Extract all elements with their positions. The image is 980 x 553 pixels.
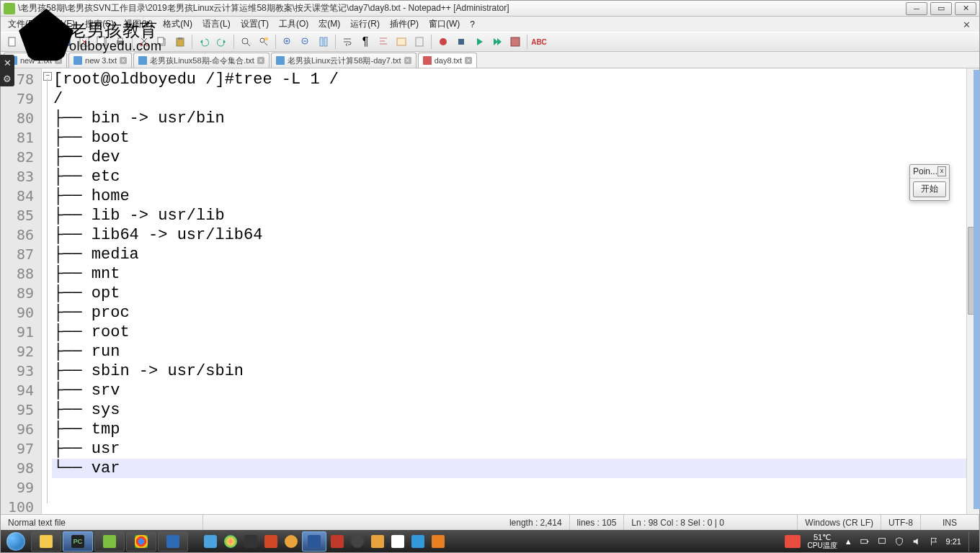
task-app10[interactable] xyxy=(388,532,407,551)
task-paint[interactable] xyxy=(221,532,240,551)
text-line[interactable]: ├── boot xyxy=(52,128,966,148)
paste-icon[interactable] xyxy=(172,33,189,50)
show-all-chars-icon[interactable]: ¶ xyxy=(357,33,374,50)
tab-close-icon[interactable]: × xyxy=(465,57,472,64)
task-app12[interactable] xyxy=(429,532,447,551)
tab-close-icon[interactable]: × xyxy=(120,57,127,64)
text-line[interactable]: ├── usr xyxy=(52,439,966,459)
text-line[interactable]: ├── dev xyxy=(52,148,966,167)
document-tab[interactable]: 老男孩Linux云计算58期-day7.txt× xyxy=(271,53,416,68)
new-file-icon[interactable] xyxy=(4,33,21,50)
task-word[interactable] xyxy=(302,531,326,552)
text-line[interactable]: ├── lib64 -> usr/lib64 xyxy=(52,225,966,245)
spellcheck-icon[interactable]: ABC xyxy=(530,33,548,50)
open-file-icon[interactable] xyxy=(22,33,39,50)
side-panel-tab[interactable]: ✕ ⚙ xyxy=(0,55,14,86)
menu-view[interactable]: 视图(V) xyxy=(120,17,157,32)
text-line[interactable]: ├── tmp xyxy=(52,420,966,439)
status-encoding[interactable]: UTF-8 xyxy=(881,515,921,530)
task-vbox[interactable] xyxy=(158,531,188,552)
undo-icon[interactable] xyxy=(195,33,213,50)
fold-toggle-icon[interactable]: − xyxy=(43,72,52,81)
menu-tools[interactable]: 工具(O) xyxy=(275,17,313,32)
menu-window[interactable]: 窗口(W) xyxy=(424,17,464,32)
task-app8[interactable] xyxy=(348,532,367,551)
macro-toolbar-close-icon[interactable]: x xyxy=(937,166,946,176)
status-ins[interactable]: INS xyxy=(921,515,979,530)
close-file-icon[interactable] xyxy=(76,33,93,50)
menu-settings[interactable]: 设置(T) xyxy=(236,17,273,32)
text-line[interactable]: ├── run xyxy=(52,342,966,361)
text-line[interactable]: ├── opt xyxy=(52,284,966,303)
tab-close-icon[interactable]: × xyxy=(404,57,411,64)
menu-run[interactable]: 运行(R) xyxy=(346,17,384,32)
text-line[interactable]: / xyxy=(52,89,966,109)
menu-search[interactable]: 搜索(S) xyxy=(81,17,118,32)
task-app11[interactable] xyxy=(409,532,427,551)
ime-icon[interactable] xyxy=(785,535,801,548)
text-line[interactable]: └── var xyxy=(52,459,966,478)
close-button[interactable]: ✕ xyxy=(955,2,976,15)
show-desktop-button[interactable] xyxy=(968,531,975,552)
zoom-in-icon[interactable] xyxy=(279,33,296,50)
macro-record-icon[interactable] xyxy=(435,33,452,50)
tab-close-icon[interactable]: × xyxy=(55,57,62,64)
volume-icon[interactable] xyxy=(912,536,922,547)
side-close-icon[interactable]: ✕ xyxy=(4,58,12,68)
doc-map-icon[interactable] xyxy=(411,33,428,50)
replace-icon[interactable] xyxy=(255,33,272,50)
macro-play-icon[interactable] xyxy=(471,33,488,50)
fold-margin[interactable]: − xyxy=(42,68,52,514)
macro-stop-icon[interactable] xyxy=(453,33,470,50)
text-line[interactable]: ├── sbin -> usr/sbin xyxy=(52,361,966,381)
menu-macro[interactable]: 宏(M) xyxy=(314,17,344,32)
macro-play-multi-icon[interactable] xyxy=(489,33,506,50)
task-notepadpp[interactable] xyxy=(94,531,125,552)
overlay-scrollbar[interactable] xyxy=(974,70,980,509)
text-line[interactable] xyxy=(52,498,966,514)
task-app5[interactable] xyxy=(282,532,300,551)
menu-edit[interactable]: 编辑(E) xyxy=(42,17,79,32)
macro-toolbar-floating[interactable]: Poin... x 开始 xyxy=(909,164,950,201)
minimize-button[interactable]: ─ xyxy=(906,2,927,15)
find-icon[interactable] xyxy=(237,33,254,50)
status-eol[interactable]: Windows (CR LF) xyxy=(798,515,881,530)
lang-icon[interactable] xyxy=(393,33,410,50)
copy-icon[interactable] xyxy=(153,33,171,50)
close-all-icon[interactable] xyxy=(94,33,111,50)
text-line[interactable] xyxy=(52,478,966,498)
text-line[interactable]: ├── mnt xyxy=(52,264,966,284)
menu-plugins[interactable]: 插件(P) xyxy=(386,17,423,32)
text-line[interactable]: [root@oldboyedu /]#tree -L 1 / xyxy=(52,70,966,89)
save-all-icon[interactable] xyxy=(58,33,75,50)
text-line[interactable]: ├── sys xyxy=(52,400,966,420)
text-line[interactable]: ├── lib -> usr/lib xyxy=(52,206,966,225)
text-line[interactable]: ├── root xyxy=(52,323,966,342)
print-icon[interactable] xyxy=(112,33,129,50)
document-tab[interactable]: 老男孩Linux58期-命令集合.txt× xyxy=(133,53,270,68)
shield-icon[interactable] xyxy=(894,536,904,547)
menu-lang[interactable]: 语言(L) xyxy=(198,17,235,32)
document-tab[interactable]: new 3.txt× xyxy=(68,53,132,68)
redo-icon[interactable] xyxy=(213,33,231,50)
battery-icon[interactable] xyxy=(860,536,870,547)
task-pycharm[interactable]: PC xyxy=(63,531,93,552)
task-explorer[interactable] xyxy=(31,531,61,552)
text-line[interactable]: ├── home xyxy=(52,186,966,206)
task-app9[interactable] xyxy=(368,532,387,551)
start-button[interactable] xyxy=(2,531,30,552)
task-app3[interactable] xyxy=(241,532,260,551)
save-icon[interactable] xyxy=(40,33,57,50)
text-line[interactable]: ├── bin -> usr/bin xyxy=(52,109,966,128)
macro-save-icon[interactable] xyxy=(507,33,524,50)
task-powerpoint[interactable] xyxy=(262,532,280,551)
text-line[interactable]: ├── media xyxy=(52,245,966,264)
text-line[interactable]: ├── etc xyxy=(52,167,966,186)
side-gear-icon[interactable]: ⚙ xyxy=(3,73,12,84)
sync-v-icon[interactable] xyxy=(315,33,332,50)
cut-icon[interactable] xyxy=(135,33,153,50)
tray-clock[interactable]: 9:21 xyxy=(946,537,961,546)
zoom-out-icon[interactable] xyxy=(297,33,314,50)
maximize-button[interactable]: ▭ xyxy=(930,2,952,15)
text-content[interactable]: − [root@oldboyedu /]#tree -L 1 //├── bin… xyxy=(42,68,966,514)
